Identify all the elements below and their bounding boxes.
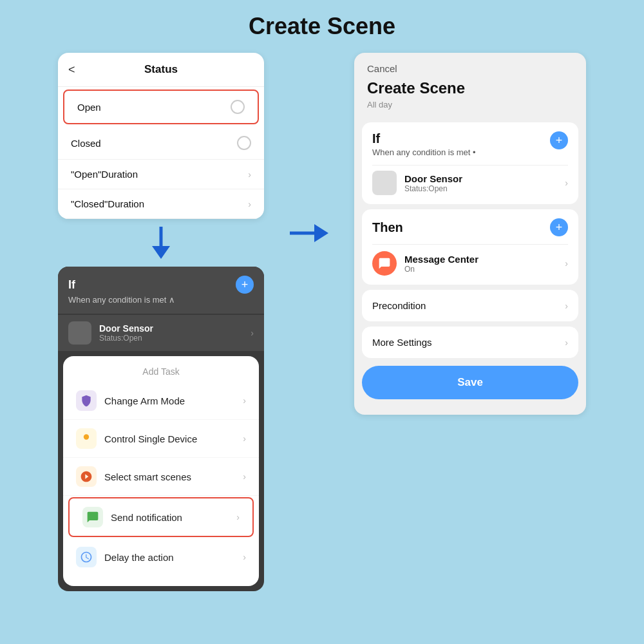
- allday-label: All day: [354, 99, 586, 117]
- arrow-right-container: [290, 53, 328, 249]
- status-title: Status: [144, 63, 178, 76]
- task-delay-action-label: Delay the action: [104, 552, 243, 563]
- precondition-row[interactable]: Precondition ›: [362, 290, 578, 321]
- rp-sensor-row[interactable]: Door Sensor Status:Open ›: [372, 171, 568, 195]
- sensor-status: Status:Open: [99, 334, 251, 343]
- status-item-closed-duration[interactable]: "Closed"Duration ›: [58, 189, 264, 219]
- if-title: If: [68, 278, 75, 292]
- status-item-closed[interactable]: Closed: [58, 127, 264, 160]
- radio-open[interactable]: [231, 100, 245, 114]
- sensor-chevron-icon: ›: [251, 328, 254, 338]
- task-notification-chevron-icon: ›: [236, 512, 240, 522]
- cancel-button[interactable]: Cancel: [354, 53, 586, 77]
- timer-icon: [76, 547, 97, 567]
- status-open-duration-label: "Open"Duration: [71, 169, 138, 180]
- phone-icon: [82, 507, 103, 527]
- arrow-right: [290, 220, 328, 249]
- if-plus-button[interactable]: +: [236, 276, 254, 294]
- bottom-panel: If + When any condition is met ∧ Door Se…: [58, 267, 264, 591]
- then-card: Then + Message Center On ›: [362, 209, 578, 285]
- rp-then-title: Then: [372, 220, 403, 235]
- then-divider: [372, 244, 568, 245]
- rp-sensor-status: Status:Open: [404, 184, 565, 193]
- rp-if-title: If: [372, 131, 476, 146]
- more-settings-label: More Settings: [372, 337, 432, 348]
- task-send-notification-label: Send notification: [111, 512, 236, 523]
- msg-chevron-icon: ›: [565, 258, 568, 269]
- task-item-smart-scenes[interactable]: Select smart scenes ›: [63, 458, 259, 496]
- msg-status: On: [404, 265, 565, 274]
- status-open-label: Open: [77, 102, 101, 113]
- task-item-send-notification[interactable]: Send notification ›: [68, 497, 254, 537]
- left-panel: < Status Open Closed "Open"Duration › "C…: [58, 53, 264, 591]
- task-arm-chevron-icon: ›: [243, 395, 246, 406]
- radio-closed[interactable]: [237, 136, 251, 150]
- rp-then-plus-button[interactable]: +: [550, 218, 568, 236]
- precondition-label: Precondition: [372, 300, 426, 311]
- precondition-chevron-icon: ›: [565, 301, 568, 311]
- svg-point-2: [84, 434, 89, 439]
- right-panel-title: Create Scene: [354, 77, 586, 99]
- if-subtitle: When any condition is met ∧: [68, 295, 254, 305]
- task-item-delay-action[interactable]: Delay the action ›: [63, 538, 259, 576]
- rp-if-subtitle: When any condition is met •: [372, 147, 476, 157]
- rp-sensor-name: Door Sensor: [404, 173, 565, 184]
- rp-sensor-icon: [372, 171, 397, 195]
- task-arm-mode-label: Change Arm Mode: [104, 395, 243, 406]
- back-button[interactable]: <: [68, 63, 75, 77]
- shield-icon: [76, 390, 97, 411]
- rp-sensor-chevron-icon: ›: [565, 178, 568, 188]
- scene-icon: [76, 466, 97, 487]
- task-delay-chevron-icon: ›: [243, 552, 246, 562]
- msg-info: Message Center On: [404, 254, 565, 274]
- svg-marker-1: [152, 246, 170, 259]
- right-panel: Cancel Create Scene All day If When any …: [354, 53, 586, 415]
- arrow-down: [148, 219, 174, 267]
- task-control-chevron-icon: ›: [243, 433, 246, 444]
- page-title: Create Scene: [0, 0, 644, 53]
- more-settings-chevron-icon: ›: [565, 337, 568, 348]
- rp-sensor-info: Door Sensor Status:Open: [404, 173, 565, 193]
- if-divider: [372, 165, 568, 166]
- if-section: If + When any condition is met ∧: [58, 267, 264, 314]
- msg-name: Message Center: [404, 254, 565, 265]
- status-item-open-duration[interactable]: "Open"Duration ›: [58, 160, 264, 189]
- status-header: < Status: [58, 53, 264, 87]
- sensor-row[interactable]: Door Sensor Status:Open ›: [58, 315, 264, 351]
- if-card: If When any condition is met • + Door Se…: [362, 122, 578, 204]
- status-item-open[interactable]: Open: [63, 90, 259, 124]
- bulb-icon: [76, 428, 97, 449]
- more-settings-row[interactable]: More Settings ›: [362, 327, 578, 358]
- task-item-control-device[interactable]: Control Single Device ›: [63, 420, 259, 458]
- rp-msg-row[interactable]: Message Center On ›: [372, 251, 568, 276]
- status-closed-duration-label: "Closed"Duration: [71, 198, 144, 209]
- add-task-panel: Add Task Change Arm Mode › Control Singl…: [63, 356, 259, 586]
- rp-if-plus-button[interactable]: +: [550, 131, 568, 149]
- status-closed-label: Closed: [71, 138, 101, 149]
- sensor-icon: [68, 321, 91, 345]
- message-center-icon: [372, 251, 397, 276]
- task-smart-scenes-label: Select smart scenes: [104, 471, 243, 482]
- save-button[interactable]: Save: [362, 366, 578, 399]
- add-task-title: Add Task: [63, 366, 259, 377]
- chevron-open-duration-icon: ›: [248, 169, 251, 180]
- sensor-info: Door Sensor Status:Open: [99, 323, 251, 343]
- status-screen: < Status Open Closed "Open"Duration › "C…: [58, 53, 264, 219]
- svg-marker-4: [314, 224, 328, 242]
- sensor-name: Door Sensor: [99, 323, 251, 334]
- task-control-device-label: Control Single Device: [104, 433, 243, 444]
- task-scenes-chevron-icon: ›: [243, 471, 246, 482]
- chevron-closed-duration-icon: ›: [248, 199, 251, 209]
- task-item-change-arm-mode[interactable]: Change Arm Mode ›: [63, 382, 259, 420]
